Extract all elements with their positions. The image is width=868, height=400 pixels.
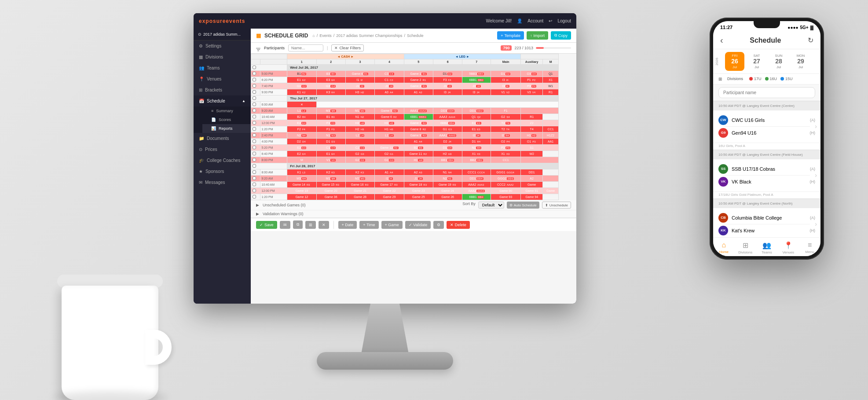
tool-btn-3[interactable]: ✕	[319, 221, 329, 229]
schedule-game-2[interactable]: SS SSB U17/18 Cobras (A) VK VK Black (H)…	[713, 159, 820, 192]
game-cell[interactable]: K3K4	[316, 89, 345, 95]
row-check[interactable]	[251, 132, 260, 139]
game-cell[interactable]: E1E4	[316, 151, 345, 157]
game-cell[interactable]: Game 24	[433, 188, 462, 194]
row-check[interactable]	[251, 108, 260, 114]
game-cell[interactable]: D2J4	[433, 139, 462, 145]
game-cell[interactable]: 5BB3BB4	[462, 71, 491, 77]
game-cell[interactable]: F1F3	[316, 120, 345, 126]
game-cell[interactable]: Game 9R2	[404, 132, 433, 139]
game-cell[interactable]: BB1BB4	[433, 157, 462, 163]
game-cell[interactable]: CCC2AAA2	[491, 182, 521, 188]
save-button[interactable]: ✓ Save	[256, 221, 277, 229]
game-cell[interactable]: ✕	[287, 102, 316, 108]
sidebar-item-messages[interactable]: ✉ Messages	[194, 177, 251, 188]
tool-btn-1[interactable]: ⧉	[293, 220, 303, 229]
game-cell[interactable]: Game 4R1	[345, 71, 374, 77]
game-cell[interactable]: K1K2	[287, 89, 316, 95]
account-link[interactable]: Account	[527, 18, 543, 23]
game-cell[interactable]: 6BB1BBB3	[404, 114, 433, 120]
game-cell[interactable]: I3I4	[491, 77, 521, 83]
sidebar-item-teams[interactable]: 👥 Teams	[194, 62, 251, 73]
game-cell[interactable]: H1Z2	[543, 132, 559, 139]
game-cell[interactable]: H2H3	[345, 126, 374, 132]
game-cell[interactable]: L1L4	[375, 132, 404, 139]
game-cell[interactable]	[375, 139, 404, 145]
game-cell[interactable]: Q1	[543, 71, 559, 77]
schedule-grid[interactable]: ◄ CASH ► ◄ LEG ► 1 2 3	[251, 54, 576, 200]
game-cell[interactable]: W2	[521, 151, 543, 157]
game-cell[interactable]: AAA2AAA3	[462, 188, 491, 194]
clear-filters-button[interactable]: ✕ Clear Filters	[331, 44, 364, 51]
name-filter-input[interactable]	[288, 44, 323, 51]
game-cell[interactable]: T4	[521, 126, 543, 132]
row-check[interactable]	[251, 120, 260, 126]
game-cell[interactable]: Game 19R3	[433, 182, 462, 188]
game-cell[interactable]: E1E3	[462, 120, 491, 126]
game-cell[interactable]: Game 25	[404, 194, 433, 200]
game-cell[interactable]: CC1	[491, 157, 521, 163]
game-cell[interactable]: DD1DD2	[462, 108, 491, 114]
game-cell[interactable]: DD1	[521, 169, 543, 176]
date-tab-fri[interactable]: FRI 26 Jul	[725, 52, 744, 71]
game-cell[interactable]: Game 5R2	[375, 108, 404, 114]
game-cell[interactable]: I3I4	[491, 83, 521, 89]
game-cell[interactable]: X1	[543, 77, 559, 83]
game-cell[interactable]: V3V4	[521, 89, 543, 95]
game-cell[interactable]: B2B4	[287, 114, 316, 120]
game-cell[interactable]: Game 8R2	[404, 126, 433, 132]
game-cell[interactable]: A1A4	[404, 139, 433, 145]
game-cell[interactable]: H1H3	[375, 120, 404, 126]
game-cell[interactable]: B1B3	[316, 114, 345, 120]
game-cell[interactable]: D1D3	[316, 139, 345, 145]
game-cell[interactable]: Game 2R1	[404, 77, 433, 83]
game-cell[interactable]: F1	[491, 108, 521, 114]
row-check[interactable]	[251, 157, 260, 163]
game-cell[interactable]: G2G1	[375, 151, 404, 157]
game-cell[interactable]: DD3DD4	[433, 108, 462, 114]
game-cell[interactable]: S1	[521, 145, 543, 151]
refresh-button[interactable]: ↻	[808, 36, 813, 44]
row-check[interactable]	[251, 145, 260, 151]
row-check[interactable]	[251, 114, 260, 120]
game-cell[interactable]: V1V4	[316, 157, 345, 163]
game-cell[interactable]: G2G3	[345, 157, 374, 163]
row-check[interactable]	[251, 169, 260, 176]
game-cell[interactable]: A1A4	[375, 169, 404, 176]
game-cell[interactable]: Game 28	[345, 194, 374, 200]
game-cell[interactable]: Game 93	[491, 194, 521, 200]
game-cell[interactable]: I1I2	[345, 77, 374, 83]
nav-venues[interactable]: 📍 Venues	[780, 241, 797, 254]
game-cell[interactable]: G2S4	[491, 114, 521, 120]
game-cell[interactable]: P3P4	[521, 83, 543, 89]
auto-schedule-button[interactable]: ⚙ Auto Schedule	[507, 202, 539, 209]
game-cell[interactable]: M	[287, 157, 316, 163]
game-cell[interactable]: GGG1GGG4	[491, 169, 521, 176]
game-cell[interactable]: E1E2	[287, 77, 316, 83]
game-cell[interactable]: Z2	[521, 120, 543, 126]
game-cell[interactable]: C3C4	[375, 71, 404, 77]
game-cell[interactable]: 6BB1BB2	[462, 77, 491, 83]
game-cell[interactable]: Game 91	[521, 188, 543, 194]
game-cell[interactable]: 6BB1BB4	[462, 194, 491, 200]
game-cell[interactable]: N1R4	[462, 145, 491, 151]
game-cell[interactable]: D1R4	[462, 139, 491, 145]
game-cell[interactable]: E2E4	[287, 120, 316, 126]
row-check[interactable]	[251, 77, 260, 83]
game-cell[interactable]: P1P2	[521, 77, 543, 83]
game-cell[interactable]: M3M4	[287, 176, 316, 182]
game-cell[interactable]: Game	[521, 182, 543, 188]
game-cell[interactable]: J1J2	[433, 83, 462, 89]
game-cell[interactable]: P2P3	[491, 145, 521, 151]
div-chip-17u[interactable]: 17U	[749, 77, 762, 81]
game-cell[interactable]: A1A2	[404, 89, 433, 95]
sidebar-item-college-coaches[interactable]: 🎓 College Coaches	[194, 155, 251, 166]
game-cell[interactable]: F3F4	[433, 77, 462, 83]
game-cell[interactable]: R1	[521, 114, 543, 120]
game-cell[interactable]: H1H2	[521, 132, 543, 139]
sidebar-item-prices[interactable]: ⊙ Prices	[194, 144, 251, 155]
nav-teams[interactable]: 👥 Teams	[758, 241, 776, 254]
game-cell[interactable]: K1L3	[287, 169, 316, 176]
participant-search-input[interactable]	[718, 87, 815, 98]
schedule-game-3[interactable]: CB Columbia Bible College (A) KK Kat's K…	[713, 208, 820, 237]
